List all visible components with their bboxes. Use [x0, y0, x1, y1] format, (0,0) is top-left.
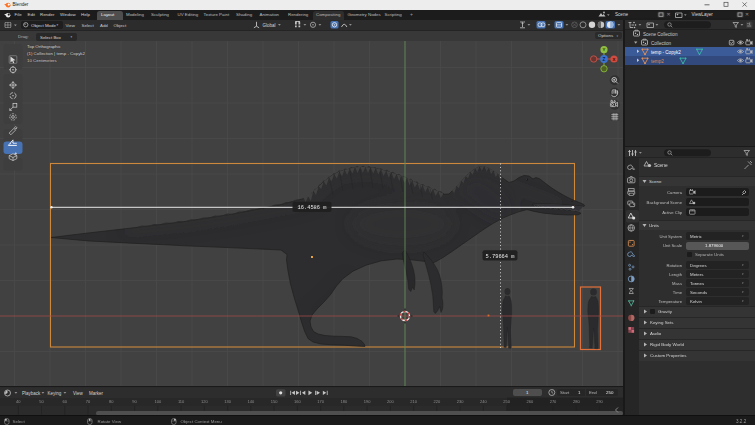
svg-text:✕: ✕: [745, 12, 749, 17]
svg-text:5.79664 m: 5.79664 m: [485, 254, 514, 260]
svg-text:Rotate View: Rotate View: [97, 419, 121, 424]
svg-text:Global: Global: [263, 23, 276, 28]
svg-text:Scene Collection: Scene Collection: [643, 32, 678, 37]
svg-text:Scene: Scene: [615, 12, 628, 17]
svg-text:16.4586 m: 16.4586 m: [297, 205, 326, 211]
svg-text:Y: Y: [603, 47, 606, 52]
svg-text:Object Context Menu: Object Context Menu: [180, 419, 222, 424]
svg-text:Collection: Collection: [651, 41, 672, 46]
svg-text:Z: Z: [603, 57, 606, 62]
svg-text:ViewLayer: ViewLayer: [692, 12, 714, 17]
svg-text:✕: ✕: [667, 12, 671, 17]
svg-text:temp - Copyk2: temp - Copyk2: [651, 50, 681, 55]
svg-text:Scene: Scene: [654, 163, 668, 168]
svg-text:Select: Select: [12, 419, 25, 424]
svg-text:temp2: temp2: [651, 59, 664, 64]
svg-text:X: X: [613, 57, 616, 62]
